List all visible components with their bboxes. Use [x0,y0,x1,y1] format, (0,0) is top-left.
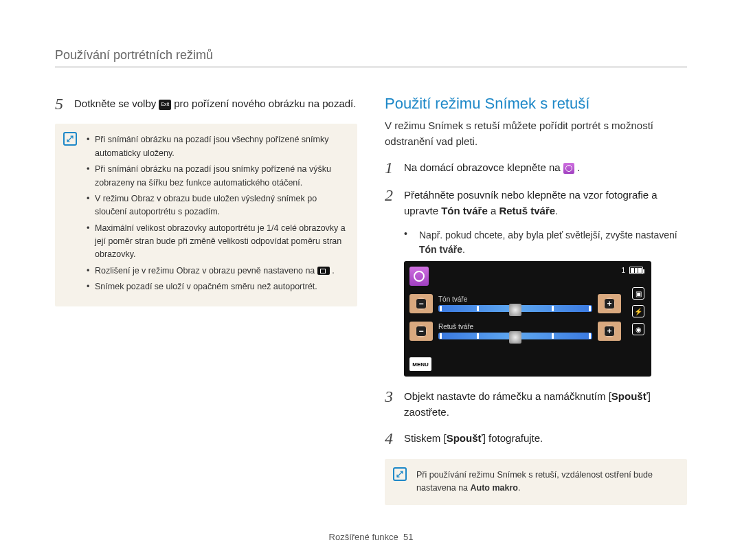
right-column: Použití režimu Snímek s retuší V režimu … [385,95,687,516]
step-3-text: Objekt nastavte do rámečku a namáčknutím… [404,388,687,420]
face-thumb-light2: + [598,322,621,341]
page-footer: Rozšířené funkce 51 [0,532,742,542]
step-number-4: 4 [385,429,404,447]
step-2-subtext: Např. pokud chcete, aby byla pleť světle… [419,228,687,257]
flash-icon: ⚡ [632,305,644,317]
metering-icon: ◉ [632,323,644,335]
mode-icon [409,267,429,286]
slider-face-tone-label: Tón tváře [438,295,592,303]
step-number-3: 3 [385,388,404,420]
slider-retouch-label: Retuš tváře [438,323,592,331]
note-b3: V režimu Obraz v obrazu bude uložen výsl… [87,192,346,219]
menu-button[interactable]: MENU [409,357,431,371]
battery-icon [629,267,644,274]
page-header: Používání portrétních režimů [55,48,687,67]
shot-counter: 1 [621,267,625,274]
section-title: Použití režimu Snímek s retuší [385,95,687,113]
bullet: • [404,228,419,257]
step-4-text: Stiskem [Spoušť] fotografujte. [404,429,543,447]
mode-home-icon [563,163,574,174]
step-number-1: 1 [385,159,404,177]
step-1-text: Na domácí obrazovce klepněte na . [404,159,580,177]
camera-screen-illustration: 1 ▣ ⚡ ◉ − Tón tváře + [404,261,651,377]
step-number-2: 2 [385,186,404,219]
info-note-right: Při používání režimu Snímek s retuší, vz… [385,459,687,505]
step-number-5: 5 [55,95,74,113]
step-2-text: Přetáhněte posuvník nebo klepněte na vzo… [404,186,687,219]
note-b4: Maximální velikost obrazovky autoportrét… [87,222,346,262]
slider-handle-1[interactable] [509,304,521,316]
section-intro: V režimu Snímek s retuší můžete pořídit … [385,118,687,149]
face-thumb-light1: + [598,294,621,313]
info-icon [393,467,407,481]
face-thumb-dark1: − [409,294,433,313]
info-note-left: Při snímání obrázku na pozadí jsou všech… [55,124,357,306]
note-b5: Rozlišení je v režimu Obraz v obrazu pev… [87,265,346,278]
left-column: 5 Dotkněte se volby Exit pro pořízení no… [55,95,357,516]
note-b6: Snímek pozadí se uloží v opačném směru n… [87,280,346,293]
info-icon [63,132,77,146]
step-5-text: Dotkněte se volby Exit pro pořízení nové… [74,95,356,113]
note-b1: Při snímání obrázku na pozadí jsou všech… [87,133,346,160]
face-thumb-dark2: − [409,322,433,341]
note-b2: Při snímání obrázku na pozadí jsou snímk… [87,163,346,190]
exit-button-icon: Exit [159,100,171,110]
storage-icon: ▣ [632,287,644,300]
slider-handle-2[interactable] [509,331,521,344]
resolution-icon [317,267,330,275]
